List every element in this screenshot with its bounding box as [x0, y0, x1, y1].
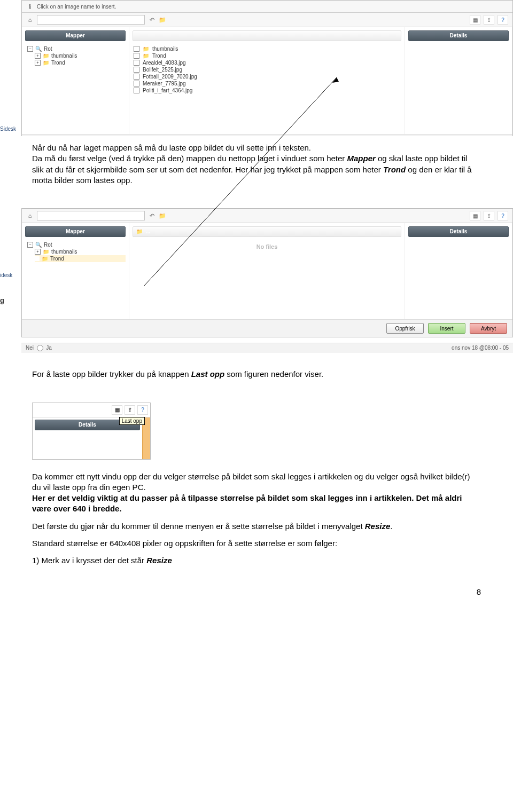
- text: Når du nå har laget mappen så må du last…: [32, 143, 311, 152]
- tree-label: Trond: [51, 60, 65, 66]
- folder-icon: [136, 227, 143, 236]
- fm1-folder-panel: Mapper − Rot + thumbnails + Trond: [22, 27, 129, 134]
- tree-root[interactable]: − Rot: [27, 241, 126, 248]
- tree-item-trond[interactable]: + Trond: [35, 59, 126, 66]
- cancel-button[interactable]: Avbryt: [470, 323, 507, 334]
- tree-label: Trond: [50, 256, 64, 262]
- fm1-details-panel: Details: [405, 27, 512, 134]
- emphasis-resize: Resize: [146, 556, 172, 565]
- page-fragment-text: Sidesk: [0, 126, 16, 132]
- tree-item-trond[interactable]: Trond: [35, 255, 126, 262]
- home-icon[interactable]: ⌂: [26, 212, 34, 219]
- tree-item-thumbnails[interactable]: + thumbnails: [35, 248, 126, 255]
- tooltip-lastopp: Last opp: [119, 417, 145, 425]
- file-row[interactable]: Arealdel_4083.jpg: [134, 59, 401, 66]
- refresh-button[interactable]: Oppfrisk: [386, 323, 424, 334]
- page-number: 8: [32, 587, 481, 596]
- file-row[interactable]: Meraker_7795.jpg: [134, 80, 401, 87]
- text: som figuren nedenfor viser.: [227, 369, 323, 379]
- fm2-footer: Oppfrisk Insert Avbryt: [22, 319, 512, 337]
- file-row[interactable]: Bolifelt_2525.jpg: [134, 66, 401, 73]
- text: Standard størrelse er 640x408 pixler og …: [32, 539, 337, 548]
- newfolder-icon[interactable]: 📁: [159, 212, 166, 219]
- screenshot-filemanager-2: ⌂ ↶ 📁 ▦ ⇪ ? Mapper − Rot + thumbnails: [21, 208, 513, 337]
- text: Da må du først velge (ved å trykke på de…: [32, 154, 347, 163]
- emphasis-resize: Resize: [365, 522, 391, 531]
- file-label: Meraker_7795.jpg: [143, 81, 186, 86]
- fm2-details-header: Details: [408, 226, 509, 237]
- emphasis-warning: Her er det veldig viktig at du passer på…: [32, 493, 462, 513]
- insert-button[interactable]: Insert: [428, 323, 465, 334]
- paragraph-4: Det første du gjør når du kommer til den…: [32, 521, 481, 532]
- fm1-footer: Oppfrisk Insert Avbryt: [22, 134, 512, 136]
- fm2-file-panel: ... No files: [129, 223, 405, 319]
- text: 1) Merk av i krysset der det står: [32, 556, 146, 565]
- fm1-path-input[interactable]: [37, 15, 145, 25]
- screenshot-filemanager-1: ℹ Click on an image name to insert. ⌂ ↶ …: [21, 0, 513, 136]
- status-text: Nei: [26, 345, 34, 351]
- fm2-path-input[interactable]: [37, 211, 145, 220]
- tree-root-label: Rot: [44, 46, 52, 52]
- paragraph-2: For å laste opp bilder trykker du på kna…: [32, 369, 481, 380]
- fm2-details-panel: Details: [405, 223, 512, 319]
- fm1-folder-header: Mapper: [25, 30, 126, 41]
- paragraph-1: Når du nå har laget mappen så må du last…: [32, 143, 481, 186]
- paragraph-5: Standard størrelse er 640x408 pixler og …: [32, 538, 481, 549]
- upload-icon[interactable]: ⇪: [484, 211, 494, 220]
- emphasis-mapper: Mapper: [347, 154, 376, 163]
- fm1-details-header: Details: [408, 30, 509, 41]
- help-icon[interactable]: ?: [498, 211, 508, 220]
- fm1-center-header: [133, 30, 401, 41]
- file-label: Trond: [152, 53, 166, 59]
- view-grid-icon[interactable]: ▦: [470, 211, 480, 220]
- fm1-file-panel: thumbnails Trond Arealdel_4083.jpg Bolif…: [129, 27, 405, 134]
- file-label: Fotball_2009_7020.jpg: [143, 74, 197, 80]
- page-fragment-text: g: [0, 296, 4, 304]
- tree-root[interactable]: − Rot: [27, 45, 126, 52]
- text: Da kommer ett nytt vindu opp der du velg…: [32, 472, 470, 492]
- file-label: Bolifelt_2525.jpg: [143, 67, 182, 73]
- up-icon[interactable]: ↶: [148, 212, 156, 219]
- screenshot-upload-button: ▦ ⇪ ? Last opp Details: [32, 403, 151, 460]
- status-text: Ja: [46, 345, 52, 351]
- parent-link[interactable]: ...: [146, 227, 150, 236]
- paragraph-3: Da kommer ett nytt vindu opp der du velg…: [32, 471, 481, 515]
- paragraph-6: 1) Merk av i krysset der det står Resize: [32, 555, 481, 566]
- status-date: ons nov 18 @08:00 - 05: [452, 345, 509, 351]
- emphasis-trond: Trond: [383, 165, 406, 174]
- fm1-toolbar: ⌂ ↶ 📁 ▦ ⇪ ?: [22, 13, 512, 27]
- tree-label: thumbnails: [51, 53, 77, 59]
- tree-item-thumbnails[interactable]: + thumbnails: [35, 52, 126, 59]
- emphasis-lastopp: Last opp: [191, 369, 225, 379]
- fm2-folder-header: Mapper: [25, 226, 126, 237]
- file-label: Politi_i_fart_4364.jpg: [143, 88, 192, 93]
- text: Det første du gjør når du kommer til den…: [32, 522, 365, 531]
- info-icon: ℹ: [26, 3, 34, 10]
- file-label: thumbnails: [152, 46, 178, 52]
- help-icon[interactable]: ?: [498, 15, 508, 25]
- file-label: Arealdel_4083.jpg: [143, 60, 186, 66]
- upload-icon[interactable]: ⇪: [484, 15, 494, 25]
- view-grid-icon[interactable]: ▦: [470, 15, 480, 25]
- fm2-toolbar: ⌂ ↶ 📁 ▦ ⇪ ?: [22, 209, 512, 223]
- text: .: [390, 522, 392, 531]
- upload-icon[interactable]: ⇪: [125, 405, 135, 415]
- page-fragment-text: idesk: [0, 272, 12, 278]
- up-icon[interactable]: ↶: [148, 16, 156, 23]
- radio-icon[interactable]: [37, 345, 43, 351]
- file-row[interactable]: Politi_i_fart_4364.jpg: [134, 87, 401, 94]
- home-icon[interactable]: ⌂: [26, 16, 34, 23]
- fm1-hintbar: ℹ Click on an image name to insert.: [22, 1, 512, 13]
- tree-root-label: Rot: [44, 242, 52, 248]
- newfolder-icon[interactable]: 📁: [159, 16, 166, 23]
- file-row[interactable]: Trond: [134, 52, 401, 59]
- view-grid-icon[interactable]: ▦: [112, 405, 122, 415]
- fm2-center-header: ...: [133, 226, 401, 237]
- fm2-folder-panel: Mapper − Rot + thumbnails Trond: [22, 223, 129, 319]
- tree-label: thumbnails: [51, 249, 77, 255]
- file-row[interactable]: Fotball_2009_7020.jpg: [134, 73, 401, 80]
- text: For å laste opp bilder trykker du på kna…: [32, 369, 191, 379]
- side-strip: [142, 432, 150, 459]
- file-row[interactable]: thumbnails: [134, 45, 401, 52]
- help-icon[interactable]: ?: [137, 405, 148, 415]
